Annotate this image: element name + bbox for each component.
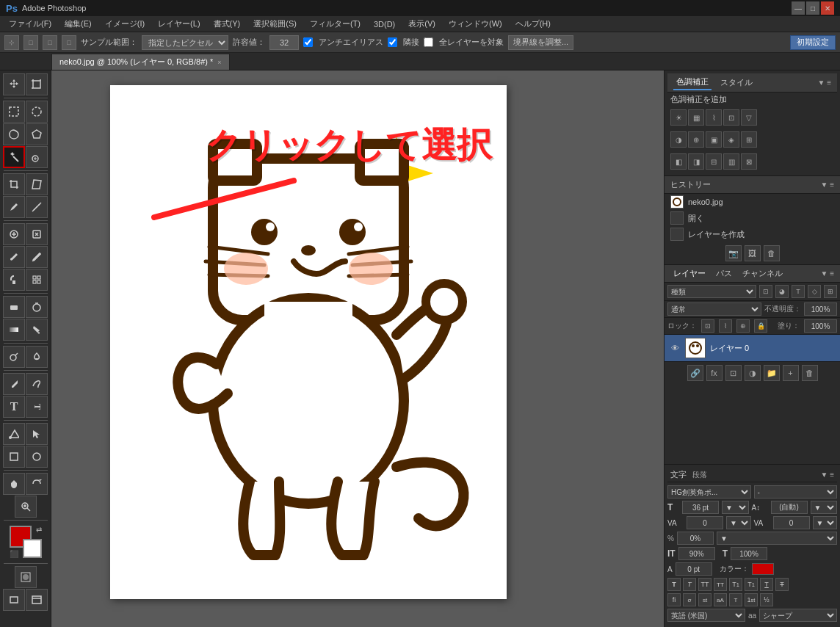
perspective-crop-tool[interactable] bbox=[26, 173, 48, 195]
menu-window[interactable]: ウィンドウ(W) bbox=[443, 17, 508, 31]
tool-preset-icon[interactable]: ⊹ bbox=[4, 35, 19, 50]
history-item-2[interactable]: 開く bbox=[665, 210, 840, 226]
layer-filter-text-icon[interactable]: T bbox=[792, 285, 805, 298]
bold-text-icon[interactable]: T bbox=[667, 578, 681, 591]
eyedropper-tool[interactable] bbox=[3, 196, 25, 218]
menu-3d[interactable]: 3D(D) bbox=[368, 18, 401, 30]
patch-tool[interactable] bbox=[26, 223, 48, 245]
close-button[interactable]: ✕ bbox=[821, 1, 834, 15]
style-tab[interactable]: スタイル bbox=[717, 76, 756, 90]
menu-edit[interactable]: 編集(E) bbox=[59, 17, 98, 31]
lang-icon[interactable]: T bbox=[729, 593, 742, 606]
lasso-tool[interactable] bbox=[3, 123, 25, 145]
paths-tab[interactable]: パス bbox=[713, 267, 735, 280]
reset-colors-icon[interactable]: ⬛ bbox=[10, 550, 18, 558]
layer-visibility-icon[interactable]: 👁 bbox=[669, 342, 681, 354]
opacity-input[interactable] bbox=[804, 302, 837, 316]
scale-select[interactable]: ▼ bbox=[717, 532, 837, 545]
history-delete-btn[interactable]: 🗑 bbox=[764, 245, 780, 261]
eraser-tool[interactable] bbox=[3, 296, 25, 318]
document-canvas[interactable]: クリックして選択 bbox=[110, 85, 507, 599]
ellipse-select-tool[interactable] bbox=[26, 101, 48, 123]
hand-tool[interactable] bbox=[3, 473, 25, 495]
history-item-1[interactable]: neko0.jpg bbox=[665, 194, 840, 210]
levels-adj-icon[interactable]: ▦ bbox=[688, 109, 704, 126]
layer-filter-pixel-icon[interactable]: ⊡ bbox=[759, 285, 772, 298]
history-item-3[interactable]: レイヤーを作成 bbox=[665, 226, 840, 242]
brightness-adj-icon[interactable]: ☀ bbox=[670, 109, 687, 126]
kerning-input[interactable] bbox=[687, 516, 723, 529]
rect-shape-tool[interactable] bbox=[3, 446, 25, 468]
rotate-view-tool[interactable] bbox=[26, 473, 48, 495]
paragraph-tab[interactable]: 段落 bbox=[692, 470, 707, 480]
menu-filter[interactable]: フィルター(T) bbox=[304, 17, 366, 31]
sub-text-icon[interactable]: T1 bbox=[745, 578, 758, 591]
polygon-lasso-tool[interactable] bbox=[26, 123, 48, 145]
text-color-swatch[interactable] bbox=[752, 563, 774, 575]
edge-button[interactable]: 境界線を調整... bbox=[508, 35, 573, 50]
preset-button[interactable]: 初期設定 bbox=[790, 35, 836, 50]
horiz-scale-input[interactable] bbox=[731, 547, 767, 560]
fullscreen-mode-btn[interactable] bbox=[26, 589, 48, 611]
layer-mask-btn[interactable]: ⊡ bbox=[725, 365, 742, 381]
vertical-text-tool[interactable]: T bbox=[26, 396, 48, 418]
baseline-input[interactable] bbox=[676, 562, 712, 576]
color-adj-tab[interactable]: 色調補正 bbox=[673, 75, 712, 90]
layer-filter-adj-icon[interactable]: ◕ bbox=[775, 285, 789, 298]
super-text-icon[interactable]: T1 bbox=[729, 578, 742, 591]
strikethrough-text-icon[interactable]: T bbox=[775, 578, 789, 591]
fill-input[interactable] bbox=[804, 319, 837, 333]
menu-layer[interactable]: レイヤー(L) bbox=[152, 17, 206, 31]
font-size-input[interactable] bbox=[682, 501, 719, 514]
layer-style-btn[interactable]: fx bbox=[706, 365, 723, 381]
rect-select-tool[interactable] bbox=[3, 101, 25, 123]
freeform-pen-tool[interactable] bbox=[26, 373, 48, 395]
invert-adj-icon[interactable]: ◧ bbox=[670, 153, 687, 170]
language-select[interactable]: 英語 (米国) bbox=[667, 609, 745, 622]
layers-tab[interactable]: レイヤー bbox=[670, 267, 709, 280]
posterize-adj-icon[interactable]: ◨ bbox=[688, 153, 704, 170]
photo-filter-adj-icon[interactable]: ◈ bbox=[723, 131, 739, 148]
small-caps-text-icon[interactable]: TT bbox=[714, 578, 727, 591]
quick-select-tool[interactable] bbox=[26, 146, 48, 168]
dodge-tool[interactable] bbox=[3, 346, 25, 368]
tracking-input[interactable] bbox=[773, 516, 810, 529]
frac-icon[interactable]: ½ bbox=[760, 593, 773, 606]
panel-collapse-icon[interactable]: ▼ ≡ bbox=[817, 79, 831, 87]
vibrance-adj-icon[interactable]: ▽ bbox=[741, 109, 757, 126]
document-tab[interactable]: neko0.jpg @ 100% (レイヤー 0, RGB/8#) * × bbox=[51, 54, 230, 70]
fi-ligature-icon[interactable]: fi bbox=[667, 593, 681, 606]
ffi-ligature-icon[interactable]: σ bbox=[683, 593, 696, 606]
burn-tool[interactable] bbox=[26, 346, 48, 368]
text-collapse-icon[interactable]: ▼ ≡ bbox=[820, 471, 834, 479]
ellipse-shape-tool[interactable] bbox=[26, 446, 48, 468]
history-collapse-icon[interactable]: ▼ ≡ bbox=[820, 181, 834, 189]
threshold-adj-icon[interactable]: ⊟ bbox=[706, 153, 722, 170]
text-tool[interactable]: T bbox=[3, 396, 25, 418]
layer-delete-btn[interactable]: 🗑 bbox=[802, 365, 818, 381]
exposure-adj-icon[interactable]: ⊡ bbox=[723, 109, 739, 126]
all-caps-text-icon[interactable]: TT bbox=[698, 578, 712, 591]
artboard-tool[interactable] bbox=[26, 73, 48, 95]
tool-options-icon1[interactable]: □ bbox=[23, 35, 38, 50]
channel-mixer-adj-icon[interactable]: ⊞ bbox=[741, 131, 757, 148]
sample-select[interactable]: 指定したピクセル bbox=[142, 35, 228, 50]
vert-scale-input[interactable] bbox=[678, 547, 715, 560]
switch-colors-icon[interactable]: ⇄ bbox=[36, 526, 42, 534]
font-size-unit[interactable]: ▼ bbox=[722, 501, 749, 514]
lock-paint-btn[interactable]: ⌇ bbox=[719, 319, 732, 333]
italic-text-icon[interactable]: T bbox=[683, 578, 696, 591]
tolerance-input[interactable] bbox=[269, 35, 299, 50]
menu-help[interactable]: ヘルプ(H) bbox=[510, 17, 557, 31]
pattern-stamp-tool[interactable] bbox=[26, 269, 48, 291]
tool-options-icon2[interactable]: □ bbox=[43, 35, 57, 50]
pen-tool[interactable] bbox=[3, 373, 25, 395]
tool-options-icon3[interactable]: □ bbox=[62, 35, 76, 50]
direct-select-tool[interactable] bbox=[26, 423, 48, 445]
canvas-area[interactable]: クリックして選択 bbox=[51, 70, 664, 627]
clone-stamp-tool[interactable] bbox=[3, 269, 25, 291]
sup-num-icon[interactable]: 1st bbox=[745, 593, 758, 606]
layer-new-btn[interactable]: + bbox=[783, 365, 799, 381]
leading-input[interactable] bbox=[771, 501, 808, 514]
menu-file[interactable]: ファイル(F) bbox=[3, 17, 57, 31]
